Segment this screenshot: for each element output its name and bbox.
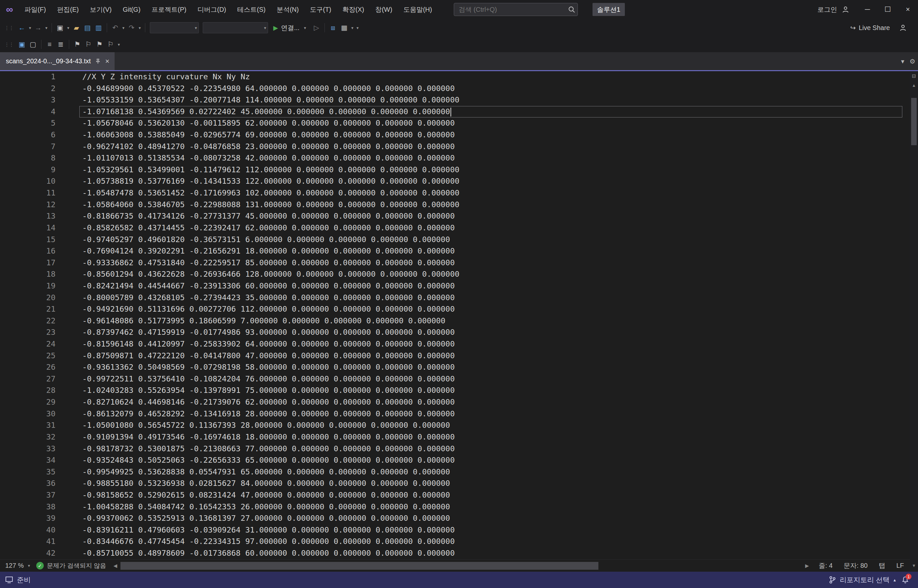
editor-line[interactable]: 22-0.96148086 0.51773995 0.18606599 7.00… (0, 315, 910, 327)
menu-analyze[interactable]: 분석(N) (271, 0, 304, 19)
view-code-button[interactable]: ▣ (16, 39, 28, 50)
editor-lines[interactable]: 1//X Y Z intensity curvature Nx Ny Nz2-0… (0, 71, 910, 559)
line-text[interactable]: -1.06063008 0.53885049 -0.02965774 69.00… (79, 129, 902, 141)
editor-split-handle-icon[interactable]: ⊟ (910, 71, 918, 81)
navigate-back-button[interactable]: ← (16, 22, 28, 34)
line-text[interactable]: -0.93524843 0.50525063 -0.22656333 65.00… (79, 454, 902, 466)
indent-indicator[interactable]: 탭 (879, 561, 886, 570)
editor-line[interactable]: 34-0.93524843 0.50525063 -0.22656333 65.… (0, 454, 910, 466)
menu-edit[interactable]: 편집(E) (52, 0, 84, 19)
editor-line[interactable]: 39-0.99370062 0.53525913 0.13681397 27.0… (0, 513, 910, 524)
hscroll-right-icon[interactable]: ▶ (802, 560, 811, 572)
line-text[interactable]: -0.85710055 0.48978609 -0.01736868 60.00… (79, 548, 902, 559)
tab-scans-file[interactable]: scans_2024-0..._09-34-43.txt × (0, 52, 115, 70)
line-text[interactable]: -0.81596148 0.44120997 -0.25833902 64.00… (79, 338, 902, 350)
line-text[interactable]: -0.86132079 0.46528292 -0.13416918 28.00… (79, 408, 902, 420)
line-text[interactable]: -0.87397462 0.47159919 -0.01774986 93.00… (79, 326, 902, 338)
menu-window[interactable]: 창(W) (369, 0, 398, 19)
line-text[interactable]: -0.96148086 0.51773995 0.18606599 7.0000… (79, 315, 902, 327)
toolbar-drag-handle[interactable]: ⋮⋮ (3, 39, 15, 50)
editor-line[interactable]: 38-1.00458288 0.54084742 0.16542353 26.0… (0, 501, 910, 513)
editor-line[interactable]: 19-0.82421494 0.44544667 -0.23913306 60.… (0, 280, 910, 292)
navigate-back-dropdown-icon[interactable]: ▾ (28, 26, 32, 30)
line-text[interactable]: -1.02403283 0.55263954 -0.13978991 75.00… (79, 385, 902, 396)
list-members-button[interactable]: ≡ (44, 39, 55, 50)
editor-line[interactable]: 18-0.85601294 0.43622628 -0.26936466 128… (0, 268, 910, 280)
editor-line[interactable]: 21-0.94921690 0.51131696 0.00272706 112.… (0, 304, 910, 315)
line-text[interactable]: -0.85826582 0.43714455 -0.22392417 62.00… (79, 222, 902, 234)
horizontal-scrollbar[interactable] (120, 560, 802, 572)
editor-line[interactable]: 26-0.93613362 0.50498569 -0.07298198 58.… (0, 362, 910, 373)
repository-selector[interactable]: 리포지토리 선택 (840, 575, 890, 585)
line-text[interactable]: -0.99370062 0.53525913 0.13681397 27.000… (79, 513, 902, 524)
toolbar-drag-handle[interactable]: ⋮⋮ (3, 22, 15, 34)
toolbar-overflow-icon[interactable]: ▾ (116, 42, 121, 47)
line-text[interactable]: -0.98158652 0.52902615 0.08231424 47.000… (79, 489, 902, 501)
line-text[interactable]: -0.94921690 0.51131696 0.00272706 112.00… (79, 304, 902, 315)
line-text[interactable]: -0.87509871 0.47222120 -0.04147800 47.00… (79, 350, 902, 362)
attach-dropdown-icon[interactable]: ▾ (302, 26, 308, 30)
editor-line[interactable]: 8-1.01107013 0.51385534 -0.08073258 42.0… (0, 152, 910, 164)
next-bookmark-button[interactable]: ⚑ (94, 39, 105, 50)
menu-test[interactable]: 테스트(S) (232, 0, 271, 19)
line-text[interactable]: -0.94689900 0.45370522 -0.22354980 64.00… (79, 83, 902, 95)
line-text[interactable]: -0.80005789 0.43268105 -0.27394423 35.00… (79, 292, 902, 304)
editor-line[interactable]: 14-0.85826582 0.43714455 -0.22392417 62.… (0, 222, 910, 234)
send-feedback-icon[interactable] (899, 24, 907, 32)
maximize-button[interactable]: ☐ (878, 0, 898, 19)
line-text[interactable]: -0.93336862 0.47531840 -0.22259517 85.00… (79, 257, 902, 269)
editor-line[interactable]: 6-1.06063008 0.53885049 -0.02965774 69.0… (0, 129, 910, 141)
tab-close-icon[interactable]: × (105, 57, 109, 66)
minimize-button[interactable]: ─ (857, 0, 878, 19)
vertical-scrollbar[interactable]: ⊟ ▲ ▼ (910, 71, 918, 572)
column-indicator[interactable]: 문자: 80 (844, 561, 868, 570)
editor-line[interactable]: 20-0.80005789 0.43268105 -0.27394423 35.… (0, 292, 910, 304)
editor-line[interactable]: 7-0.96274102 0.48941270 -0.04876858 23.0… (0, 141, 910, 153)
vertical-scrollbar-thumb[interactable] (911, 98, 917, 145)
line-text[interactable]: -1.05738819 0.53776169 -0.14341533 122.0… (79, 176, 902, 187)
scrollbar-up-icon[interactable]: ▲ (910, 81, 918, 89)
save-all-button[interactable]: ▥ (93, 22, 104, 34)
navigate-forward-button[interactable]: → (32, 22, 44, 34)
eol-indicator[interactable]: LF (897, 562, 904, 569)
line-text[interactable]: -0.98855180 0.53236938 0.02815627 84.000… (79, 478, 902, 489)
window-layout-button[interactable]: ▦ (338, 22, 350, 34)
navigate-forward-dropdown-icon[interactable]: ▾ (44, 26, 49, 30)
toggle-bookmark-button[interactable]: ⚑ (72, 39, 83, 50)
editor-line[interactable]: 33-0.98178732 0.53001875 -0.21308663 77.… (0, 443, 910, 455)
editor-line[interactable]: 13-0.81866735 0.41734126 -0.27731377 45.… (0, 210, 910, 222)
solution-configurations-dropdown[interactable]: ▾ (150, 22, 199, 33)
start-without-debugging-button[interactable]: ▷ (311, 22, 322, 34)
editor-line[interactable]: 37-0.98158652 0.52902615 0.08231424 47.0… (0, 489, 910, 501)
line-text[interactable]: -1.05864060 0.53846705 -0.22988088 131.0… (79, 199, 902, 211)
line-text[interactable]: -0.76904124 0.39202291 -0.21656291 18.00… (79, 246, 902, 257)
line-text[interactable]: -0.82710624 0.44698146 -0.21739076 62.00… (79, 396, 902, 408)
editor-line[interactable]: 36-0.98855180 0.53236938 0.02815627 84.0… (0, 478, 910, 489)
editor-line[interactable]: 30-0.86132079 0.46528292 -0.13416918 28.… (0, 408, 910, 420)
editor-line[interactable]: 17-0.93336862 0.47531840 -0.22259517 85.… (0, 257, 910, 269)
gear-icon[interactable]: ⚙ (910, 57, 915, 65)
notifications-button[interactable]: 1 (900, 574, 911, 585)
menu-file[interactable]: 파일(F) (19, 0, 52, 19)
editor-line[interactable]: 35-0.99549925 0.53628838 0.05547931 65.0… (0, 466, 910, 478)
scrollbar-down-icon[interactable]: ▼ (910, 561, 918, 570)
editor-line[interactable]: 9-1.05329561 0.53499001 -0.11479612 112.… (0, 164, 910, 176)
hscroll-left-icon[interactable]: ◀ (111, 560, 120, 572)
solution-platforms-dropdown[interactable]: ▾ (203, 22, 268, 33)
line-text[interactable]: -0.81866735 0.41734126 -0.27731377 45.00… (79, 210, 902, 222)
editor-line[interactable]: 24-0.81596148 0.44120997 -0.25833902 64.… (0, 338, 910, 350)
editor-line[interactable]: 27-0.99722511 0.53756410 -0.10824204 76.… (0, 373, 910, 385)
attach-button[interactable]: ▶ 연결... ▾ (270, 22, 311, 34)
previous-bookmark-button[interactable]: ⚐ (83, 39, 94, 50)
line-text[interactable]: -1.05001080 0.56545722 0.11367393 28.000… (79, 420, 902, 431)
menu-tools[interactable]: 도구(T) (304, 0, 337, 19)
save-button[interactable]: ▤ (82, 22, 93, 34)
line-text[interactable]: -1.05533159 0.53654307 -0.20077148 114.0… (79, 94, 902, 106)
line-text[interactable]: -0.91091394 0.49173546 -0.16974618 18.00… (79, 431, 902, 443)
line-text[interactable]: -0.97405297 0.49601820 -0.36573151 6.000… (79, 234, 902, 246)
line-text[interactable]: -0.93613362 0.50498569 -0.07298198 58.00… (79, 362, 902, 373)
redo-button[interactable]: ↷ (126, 22, 137, 34)
line-text[interactable]: -1.00458288 0.54084742 0.16542353 26.000… (79, 501, 902, 513)
new-project-button[interactable]: ▣ (55, 22, 66, 34)
search-input[interactable] (454, 6, 566, 13)
